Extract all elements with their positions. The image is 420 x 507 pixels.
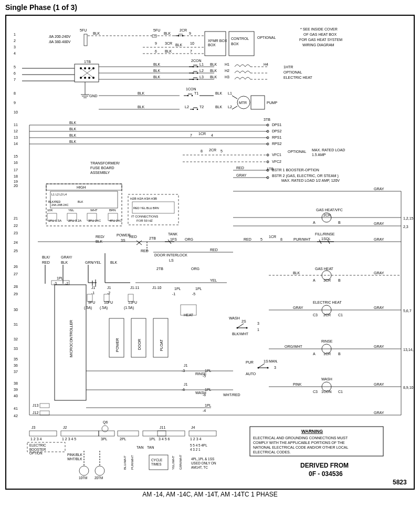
svg-text:1PL: 1PL (205, 388, 212, 391)
svg-rect-412 (118, 431, 139, 436)
svg-text:0F - 034536: 0F - 034536 (309, 470, 343, 478)
svg-text:BOOSTER: BOOSTER (29, 448, 46, 451)
svg-text:29: 29 (14, 292, 18, 296)
svg-text:8,9,10: 8,9,10 (403, 386, 414, 389)
mid-bus: RED/BLK POWER3S RED 2TB RED TANK1FS ORG … (38, 232, 233, 253)
svg-text:2TB: 2TB (156, 267, 163, 271)
svg-text:BSTR 1 BOOSTER-OPTION: BSTR 1 BOOSTER-OPTION (272, 168, 319, 172)
svg-text:40: 40 (14, 394, 18, 398)
svg-text:8: 8 (201, 149, 203, 153)
svg-text:BLK: BLK (61, 261, 68, 264)
svg-text:MAX. RATED LOAD: MAX. RATED LOAD (312, 148, 345, 152)
svg-text:PUR/WHT: PUR/WHT (293, 237, 311, 241)
svg-text:1CON: 1CON (321, 390, 331, 394)
svg-text:ELECTRICAL AND GROUNDING CONNE: ELECTRICAL AND GROUNDING CONNECTIONS MUS… (253, 436, 348, 440)
svg-rect-404 (61, 431, 99, 436)
svg-text:RED: RED (141, 249, 149, 253)
svg-text:GRN/WHT: GRN/WHT (179, 454, 182, 470)
svg-text:BLK: BLK (165, 49, 172, 53)
svg-text:30: 30 (14, 308, 18, 312)
svg-point-430 (79, 466, 89, 475)
svg-text:1PL: 1PL (205, 369, 212, 373)
svg-rect-397 (40, 403, 49, 408)
svg-text:1PL: 1PL (205, 403, 212, 407)
svg-text:BLK: BLK (175, 43, 183, 47)
svg-text:8: 8 (14, 91, 16, 95)
svg-text:J4: J4 (191, 426, 195, 429)
svg-text:BSTR 2 (GAS, ELECTRIC, OR STEA: BSTR 2 (GAS, ELECTRIC, OR STEAM ) (272, 174, 339, 178)
svg-text:2TB: 2TB (149, 236, 156, 240)
svg-text:C3: C3 (313, 313, 318, 317)
svg-text:GAS HEAT/VFC: GAS HEAT/VFC (316, 208, 343, 212)
svg-point-148 (197, 109, 198, 110)
svg-text:GRAY: GRAY (236, 173, 247, 177)
svg-text:FLOAT: FLOAT (160, 339, 163, 351)
svg-text:CONTROL: CONTROL (231, 37, 249, 40)
svg-text:MTR: MTR (239, 101, 247, 105)
svg-text:POWER: POWER (116, 338, 119, 352)
svg-line-366 (237, 324, 244, 328)
svg-text:5FU: 5FU (153, 28, 160, 32)
svg-text:1CON: 1CON (186, 87, 196, 91)
svg-text:GRAY: GRAY (374, 222, 384, 225)
svg-text:A: A (313, 352, 316, 356)
svg-text:OPTIONAL: OPTIONAL (284, 70, 302, 74)
svg-text:17: 17 (14, 168, 18, 172)
svg-text:3 4 5 6: 3 4 5 6 (159, 437, 170, 441)
svg-text:-3: -3 (182, 369, 185, 373)
svg-text:BLU/WHT: BLU/WHT (123, 456, 127, 470)
derived-from: DERIVED FROM 0F - 034536 (300, 462, 349, 478)
svg-text:1FS: 1FS (170, 237, 177, 241)
svg-text:TANK: TANK (168, 232, 177, 236)
svg-text:9: 9 (155, 42, 157, 45)
svg-text:J2: J2 (63, 426, 67, 429)
svg-text:-6: -6 (203, 393, 206, 397)
svg-text:GAS HEAT: GAS HEAT (315, 267, 334, 271)
svg-point-108 (193, 73, 194, 74)
svg-text:FOR 50 HZ: FOR 50 HZ (136, 219, 153, 222)
svg-text:L1: L1 (228, 91, 232, 95)
svg-text:BLK: BLK (215, 91, 223, 95)
svg-text:3: 3 (14, 45, 16, 49)
svg-text:19: 19 (14, 180, 18, 183)
svg-text:1PL: 1PL (149, 437, 156, 441)
svg-text:HEAT: HEAT (184, 313, 194, 317)
svg-text:L1 L2 L3 L4: L1 L2 L3 L4 (51, 193, 67, 196)
microcontroller: MICROCONTROLLER BLK/RED GRAY/BLK GRN/YEL… (33, 253, 278, 415)
svg-text:24: 24 (14, 241, 18, 244)
svg-text:BLK: BLK (96, 240, 103, 243)
svg-text:18: 18 (14, 174, 18, 178)
svg-text:GND: GND (89, 94, 98, 98)
warning-box: WARNING ELECTRICAL AND GROUNDING CONNECT… (250, 427, 383, 456)
svg-text:20: 20 (14, 184, 18, 188)
svg-text:OPTION: OPTION (29, 451, 43, 455)
svg-text:3S: 3S (121, 239, 125, 242)
svg-text:* SEE INSIDE COVER: * SEE INSIDE COVER (300, 27, 338, 31)
svg-text:BLK: BLK (69, 133, 77, 137)
svg-text:4 3 2 1: 4 3 2 1 (190, 448, 201, 451)
svg-text:39: 39 (14, 388, 18, 391)
svg-line-375 (258, 364, 265, 368)
svg-text:H2: H2 (225, 69, 229, 73)
svg-text:C1: C1 (338, 313, 343, 317)
svg-point-365 (246, 327, 248, 329)
svg-text:1TB: 1TB (84, 60, 91, 64)
svg-text:26: 26 (14, 265, 18, 268)
diagram-frame: 1234 567 8910 11121314 151617181920 2122… (5, 15, 415, 490)
svg-text:10: 10 (14, 110, 18, 114)
svg-text:5 5 4 5 4PL: 5 5 4 5 4PL (190, 443, 207, 447)
svg-text:DPS2: DPS2 (272, 129, 281, 133)
svg-text:ELECTRIC: ELECTRIC (29, 443, 46, 447)
svg-text:RPS2: RPS2 (272, 142, 281, 146)
svg-text:MAX. RATED LOAD 1/2 AMP, 120V: MAX. RATED LOAD 1/2 AMP, 120V (281, 179, 340, 182)
svg-text:J1: J1 (107, 286, 111, 289)
svg-text:1HTR: 1HTR (284, 65, 293, 69)
footer: AM -14, AM -14C, AM -14T, AM -14TC 1 PHA… (0, 491, 420, 498)
svg-text:27: 27 (14, 272, 18, 276)
svg-text:GRAY: GRAY (374, 411, 384, 415)
svg-text:RED: RED (236, 166, 244, 170)
wiring-diagram: 1234 567 8910 11121314 151617181920 2122… (6, 16, 415, 489)
svg-text:BOX: BOX (231, 42, 239, 46)
svg-point-104 (193, 66, 194, 68)
svg-text:FILL/RINSE: FILL/RINSE (315, 232, 335, 236)
